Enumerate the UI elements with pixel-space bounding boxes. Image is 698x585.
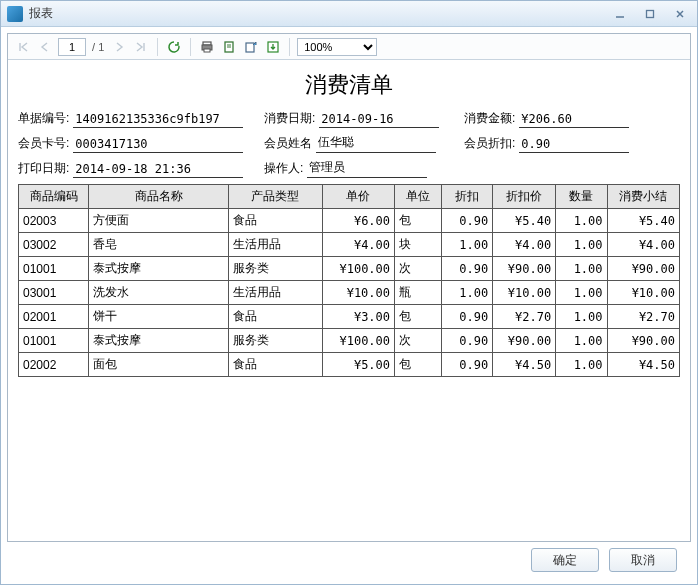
table-cell: 泰式按摩: [89, 329, 229, 353]
last-page-button[interactable]: [132, 38, 150, 56]
page-total-label: / 1: [90, 41, 106, 53]
table-cell: 饼干: [89, 305, 229, 329]
meta-row-2: 会员卡号: 0003417130 会员姓名 伍华聪 会员折扣: 0.90: [18, 134, 680, 153]
table-cell: 1.00: [556, 353, 607, 377]
table-cell: ¥2.70: [607, 305, 679, 329]
report-window: 报表 / 1: [0, 0, 698, 585]
table-header-cell: 单价: [322, 185, 394, 209]
table-cell: 次: [395, 329, 442, 353]
next-page-button[interactable]: [110, 38, 128, 56]
table-cell: 03002: [19, 233, 89, 257]
table-row: 01001泰式按摩服务类¥100.00次0.90¥90.001.00¥90.00: [19, 329, 680, 353]
amount-label: 消费金额:: [464, 110, 519, 128]
operator-label: 操作人:: [264, 160, 307, 178]
table-cell: 服务类: [229, 257, 322, 281]
report-title: 消费清单: [18, 70, 680, 100]
table-cell: 1.00: [556, 329, 607, 353]
cancel-button[interactable]: 取消: [609, 548, 677, 572]
table-cell: 包: [395, 209, 442, 233]
table-cell: ¥90.00: [493, 257, 556, 281]
toolbar-separator: [157, 38, 158, 56]
table-cell: ¥4.00: [322, 233, 394, 257]
member-name-value: 伍华聪: [316, 134, 436, 153]
table-cell: ¥10.00: [322, 281, 394, 305]
table-cell: ¥100.00: [322, 257, 394, 281]
table-cell: 生活用品: [229, 233, 322, 257]
table-cell: 食品: [229, 353, 322, 377]
table-cell: 次: [395, 257, 442, 281]
meta-row-1: 单据编号: 1409162135336c9fb197 消费日期: 2014-09…: [18, 110, 680, 128]
content-area: / 1: [1, 27, 697, 584]
toolbar-separator: [289, 38, 290, 56]
table-cell: 面包: [89, 353, 229, 377]
table-header-cell: 折扣价: [493, 185, 556, 209]
table-cell: 01001: [19, 257, 89, 281]
ok-button[interactable]: 确定: [531, 548, 599, 572]
table-row: 02002面包食品¥5.00包0.90¥4.501.00¥4.50: [19, 353, 680, 377]
order-no-label: 单据编号:: [18, 110, 73, 128]
close-button[interactable]: [667, 6, 693, 22]
table-cell: 0.90: [441, 329, 492, 353]
table-cell: 02003: [19, 209, 89, 233]
table-cell: 食品: [229, 305, 322, 329]
page-setup-button[interactable]: [220, 38, 238, 56]
table-cell: 0.90: [441, 353, 492, 377]
maximize-button[interactable]: [637, 6, 663, 22]
dialog-footer: 确定 取消: [7, 542, 691, 578]
window-title: 报表: [29, 5, 603, 22]
table-cell: 1.00: [556, 233, 607, 257]
table-header-cell: 数量: [556, 185, 607, 209]
discount-value: 0.90: [519, 137, 629, 153]
consume-date-value: 2014-09-16: [319, 112, 439, 128]
table-row: 01001泰式按摩服务类¥100.00次0.90¥90.001.00¥90.00: [19, 257, 680, 281]
table-header-row: 商品编码商品名称产品类型单价单位折扣折扣价数量消费小结: [19, 185, 680, 209]
table-cell: 泰式按摩: [89, 257, 229, 281]
table-cell: 1.00: [556, 257, 607, 281]
table-cell: 香皂: [89, 233, 229, 257]
refresh-button[interactable]: [165, 38, 183, 56]
table-cell: 生活用品: [229, 281, 322, 305]
table-header-cell: 商品名称: [89, 185, 229, 209]
table-cell: ¥90.00: [607, 257, 679, 281]
svg-rect-1: [647, 10, 654, 17]
table-row: 03002香皂生活用品¥4.00块1.00¥4.001.00¥4.00: [19, 233, 680, 257]
save-button[interactable]: [264, 38, 282, 56]
table-cell: ¥10.00: [493, 281, 556, 305]
export-button[interactable]: [242, 38, 260, 56]
prev-page-button[interactable]: [36, 38, 54, 56]
table-cell: 0.90: [441, 305, 492, 329]
print-button[interactable]: [198, 38, 216, 56]
table-cell: ¥90.00: [493, 329, 556, 353]
table-header-cell: 消费小结: [607, 185, 679, 209]
amount-value: ¥206.60: [519, 112, 629, 128]
titlebar: 报表: [1, 1, 697, 27]
table-cell: 1.00: [556, 281, 607, 305]
table-cell: ¥6.00: [322, 209, 394, 233]
minimize-button[interactable]: [607, 6, 633, 22]
table-cell: 02001: [19, 305, 89, 329]
table-cell: 洗发水: [89, 281, 229, 305]
card-no-value: 0003417130: [73, 137, 243, 153]
member-name-label: 会员姓名: [264, 135, 316, 153]
table-cell: 1.00: [556, 305, 607, 329]
discount-label: 会员折扣:: [464, 135, 519, 153]
page-number-input[interactable]: [58, 38, 86, 56]
items-table: 商品编码商品名称产品类型单价单位折扣折扣价数量消费小结 02003方便面食品¥6…: [18, 184, 680, 377]
table-cell: 03001: [19, 281, 89, 305]
table-cell: ¥2.70: [493, 305, 556, 329]
table-cell: ¥5.40: [607, 209, 679, 233]
table-cell: 方便面: [89, 209, 229, 233]
table-cell: ¥4.00: [493, 233, 556, 257]
first-page-button[interactable]: [14, 38, 32, 56]
table-cell: ¥5.40: [493, 209, 556, 233]
table-cell: 0.90: [441, 209, 492, 233]
table-cell: 食品: [229, 209, 322, 233]
table-cell: 块: [395, 233, 442, 257]
table-cell: ¥10.00: [607, 281, 679, 305]
operator-value: 管理员: [307, 159, 427, 178]
table-cell: 1.00: [441, 281, 492, 305]
table-row: 03001洗发水生活用品¥10.00瓶1.00¥10.001.00¥10.00: [19, 281, 680, 305]
table-cell: 0.90: [441, 257, 492, 281]
card-no-label: 会员卡号:: [18, 135, 73, 153]
zoom-select[interactable]: 100%: [297, 38, 377, 56]
